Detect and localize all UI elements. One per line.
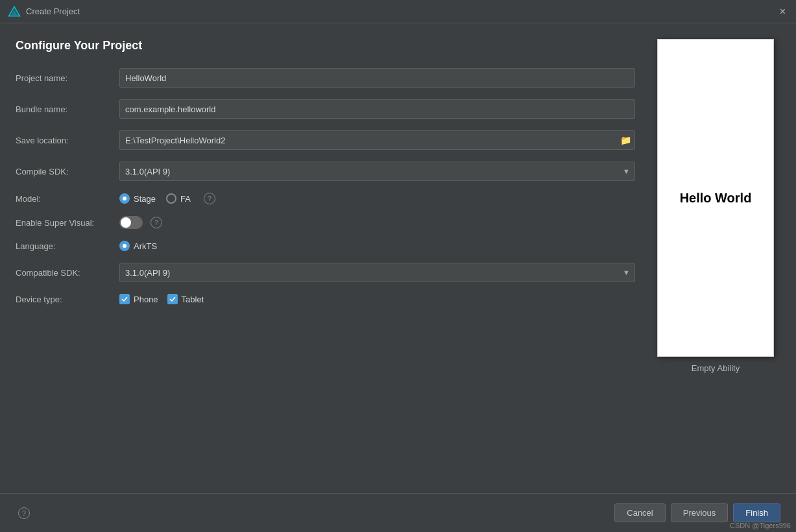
model-radio-group: Stage FA ? (119, 193, 215, 204)
compatible-sdk-select[interactable]: 3.1.0(API 9) 3.0.0(API 8) 2.2.0(API 7) (119, 263, 635, 282)
watermark: CSDN @Tigers996 (730, 522, 791, 529)
device-phone-checkbox[interactable] (119, 294, 130, 304)
model-help-icon[interactable]: ? (204, 193, 215, 204)
cancel-button[interactable]: Cancel (614, 503, 665, 522)
super-visual-label: Enable Super Visual: (16, 218, 119, 228)
super-visual-help-icon[interactable]: ? (151, 217, 162, 228)
model-stage-label: Stage (134, 194, 156, 204)
preview-hello-world: Hello World (680, 191, 752, 206)
form-heading: Configure Your Project (16, 39, 635, 53)
form-section: Configure Your Project Project name: Bun… (16, 39, 635, 493)
device-tablet-checkbox[interactable] (167, 294, 178, 304)
footer-left: ? (16, 507, 30, 519)
bundle-name-label: Bundle name: (16, 104, 119, 114)
language-row: Language: ArkTS (16, 241, 635, 251)
title-bar-left: Create Project (8, 5, 80, 18)
super-visual-row: Enable Super Visual: ? (16, 216, 635, 229)
language-arkts-radio[interactable] (119, 241, 130, 251)
super-visual-toggle[interactable] (119, 216, 143, 229)
device-type-label: Device type: (16, 295, 119, 304)
compatible-sdk-label: Compatible SDK: (16, 268, 119, 278)
footer-right: Cancel Previous Finish (614, 503, 780, 522)
save-location-row: Save location: 📁 (16, 130, 635, 150)
compile-sdk-label: Compile SDK: (16, 167, 119, 176)
dialog-body: Configure Your Project Project name: Bun… (0, 23, 796, 493)
compile-sdk-select[interactable]: 3.1.0(API 9) 3.0.0(API 8) 2.2.0(API 7) (119, 162, 635, 181)
folder-icon[interactable]: 📁 (620, 135, 631, 145)
super-visual-wrapper: ? (119, 216, 162, 229)
project-name-row: Project name: (16, 68, 635, 88)
model-row: Model: Stage FA ? (16, 193, 635, 204)
device-tablet-label: Tablet (182, 295, 204, 304)
dialog-footer: ? Cancel Previous Finish (0, 493, 796, 532)
project-name-label: Project name: (16, 73, 119, 83)
model-fa-label: FA (180, 194, 191, 204)
preview-card: Hello World (657, 39, 774, 357)
compatible-sdk-row: Compatible SDK: 3.1.0(API 9) 3.0.0(API 8… (16, 263, 635, 282)
compile-sdk-wrapper: 3.1.0(API 9) 3.0.0(API 8) 2.2.0(API 7) ▼ (119, 162, 635, 181)
language-label: Language: (16, 241, 119, 251)
device-group: Phone Tablet (119, 294, 204, 304)
app-logo (8, 5, 21, 18)
project-name-input[interactable] (119, 68, 635, 88)
device-type-row: Device type: Phone T (16, 294, 635, 304)
previous-button[interactable]: Previous (671, 503, 729, 522)
bundle-name-row: Bundle name: (16, 99, 635, 119)
model-label: Model: (16, 194, 119, 204)
device-tablet-item[interactable]: Tablet (167, 294, 204, 304)
model-fa-radio[interactable] (166, 193, 176, 204)
compile-sdk-row: Compile SDK: 3.1.0(API 9) 3.0.0(API 8) 2… (16, 162, 635, 181)
preview-section: Hello World Empty Ability (651, 39, 780, 493)
preview-label: Empty Ability (692, 363, 740, 373)
checkmark-icon (121, 296, 128, 302)
save-location-input[interactable] (119, 130, 635, 150)
device-phone-label: Phone (134, 295, 158, 304)
checkmark-icon-tablet (169, 296, 176, 302)
model-fa-option[interactable]: FA (166, 193, 191, 204)
footer-help-icon[interactable]: ? (18, 507, 30, 519)
save-location-label: Save location: (16, 136, 119, 145)
compatible-sdk-wrapper: 3.1.0(API 9) 3.0.0(API 8) 2.2.0(API 7) ▼ (119, 263, 635, 282)
model-stage-radio[interactable] (119, 193, 130, 204)
toggle-knob (121, 217, 131, 228)
bundle-name-input[interactable] (119, 99, 635, 119)
language-radio-group: ArkTS (119, 241, 157, 251)
model-stage-option[interactable]: Stage (119, 193, 156, 204)
close-button[interactable]: × (777, 4, 788, 19)
finish-button[interactable]: Finish (733, 503, 780, 522)
dialog-title: Create Project (26, 6, 80, 16)
language-arkts-label: ArkTS (134, 241, 157, 251)
save-location-wrapper: 📁 (119, 130, 635, 150)
device-phone-item[interactable]: Phone (119, 294, 158, 304)
language-arkts-option[interactable]: ArkTS (119, 241, 157, 251)
title-bar: Create Project × (0, 0, 796, 23)
